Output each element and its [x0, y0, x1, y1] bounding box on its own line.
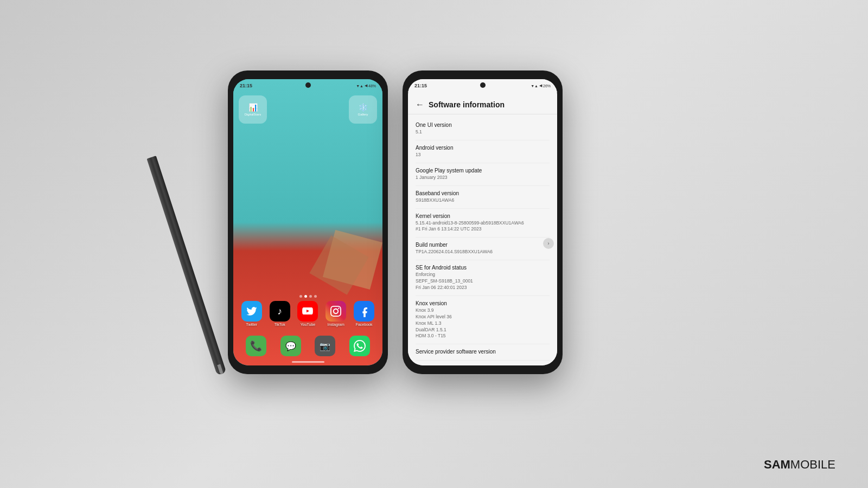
dot-3	[309, 295, 312, 298]
dock-camera[interactable]: 📷	[315, 336, 335, 356]
instagram-label: Instagram	[328, 323, 344, 326]
app-youtube[interactable]: YouTube	[295, 301, 320, 326]
battery-right: 26%	[543, 84, 551, 88]
app-instagram[interactable]: Instagram	[323, 301, 348, 326]
sw-label-android: Android version	[416, 145, 550, 151]
watermark-sam: SAM	[764, 458, 790, 471]
youtube-label: YouTube	[301, 323, 316, 326]
social-apps-row: Twitter ♪ TikTok YouTube	[238, 301, 378, 326]
dock-phone[interactable]: 📞	[246, 336, 266, 356]
sw-value-baseband: S918BXXU1AWA6	[416, 197, 550, 204]
status-icons-right: ▼▲ ◀ 26%	[531, 84, 551, 88]
twitter-icon	[241, 301, 262, 322]
phone-right: 21:15 ▼▲ ◀ 26% ← Software information On…	[403, 70, 563, 374]
dot-1	[299, 295, 302, 298]
dock-area: 📞 💬 📷	[239, 332, 377, 360]
signal-icon: ▼▲	[356, 84, 363, 88]
sw-item-knox: Knox version Knox 3.9 Knox API level 36 …	[416, 296, 550, 344]
battery-left: 48%	[368, 84, 376, 88]
phone-right-screen: 21:15 ▼▲ ◀ 26% ← Software information On…	[408, 79, 557, 365]
app-twitter[interactable]: Twitter	[239, 301, 264, 326]
widget-area: 📊 DigitalStars ❄️ Gallery	[239, 95, 377, 160]
scroll-indicator: ›	[543, 238, 554, 249]
software-info-header: ← Software information	[408, 94, 557, 114]
dock-whatsapp[interactable]	[349, 336, 370, 356]
sw-value-android: 13	[416, 152, 550, 158]
camera-notch-left	[305, 82, 311, 88]
status-icons-left: ▼▲ ◀ 48%	[356, 84, 376, 88]
scroll-arrow-icon: ›	[548, 241, 550, 246]
twitter-label: Twitter	[246, 323, 258, 326]
software-info-panel: ← Software information One UI version 5.…	[408, 94, 557, 365]
app-grid-area: Twitter ♪ TikTok YouTube	[233, 297, 382, 333]
sw-label-googleplay: Google Play system update	[416, 168, 550, 174]
widget-gallery-label: Gallery	[358, 113, 368, 116]
wifi-icon: ◀	[365, 84, 367, 88]
status-bar-left: 21:15 ▼▲ ◀ 48%	[233, 79, 382, 92]
sw-value-se: Enforcing SEPF_SM-S918B_13_0001 Fri Jan …	[416, 272, 550, 291]
youtube-icon	[297, 301, 318, 322]
sw-label-knox: Knox version	[416, 300, 550, 306]
phone-left-screen: 21:15 ▼▲ ◀ 48% 📊 DigitalStars ❄️ Gallery	[233, 79, 382, 365]
widget-ram[interactable]: 📊 DigitalStars	[239, 95, 267, 124]
signal-icon-right: ▼▲	[531, 84, 538, 88]
watermark-mobile: MOBILE	[790, 458, 835, 471]
back-icon[interactable]: ←	[416, 100, 424, 110]
status-time-left: 21:15	[240, 83, 252, 88]
app-facebook[interactable]: Facebook	[352, 301, 376, 326]
sw-item-googleplay: Google Play system update 1 January 2023	[416, 163, 550, 186]
status-time-right: 21:15	[414, 83, 427, 88]
sw-item-kernel: Kernel version 5.15.41-android13-8-25800…	[416, 209, 550, 238]
sw-value-googleplay: 1 January 2023	[416, 175, 550, 181]
phone-left: 21:15 ▼▲ ◀ 48% 📊 DigitalStars ❄️ Gallery	[228, 70, 388, 374]
sw-value-build: TP1A.220624.014.S918BXXU1AWA6	[416, 249, 550, 255]
facebook-icon	[354, 301, 374, 322]
sw-label-baseband: Baseband version	[416, 190, 550, 196]
tiktok-label: TikTok	[275, 323, 285, 326]
sw-value-oneui: 5.1	[416, 129, 550, 136]
sw-item-android: Android version 13	[416, 140, 550, 163]
dot-4	[314, 295, 317, 298]
widget-ram-label: DigitalStars	[245, 113, 261, 116]
software-info-content[interactable]: One UI version 5.1 Android version 13 Go…	[408, 114, 557, 361]
widget-gallery[interactable]: ❄️ Gallery	[349, 95, 377, 124]
sw-value-kernel: 5.15.41-android13-8-25800599-ab5918BXXU1…	[416, 220, 550, 233]
sw-label-oneui: One UI version	[416, 122, 550, 128]
sw-item-oneui: One UI version 5.1	[416, 118, 550, 140]
sw-item-build: Build number TP1A.220624.014.S918BXXU1AW…	[416, 237, 550, 260]
sw-item-se: SE for Android status Enforcing SEPF_SM-…	[416, 260, 550, 296]
facebook-label: Facebook	[356, 323, 373, 326]
sw-label-se: SE for Android status	[416, 265, 550, 271]
software-info-title: Software information	[429, 100, 505, 109]
sw-item-baseband: Baseband version S918BXXU1AWA6	[416, 186, 550, 209]
home-bar-left	[292, 361, 324, 363]
dot-2	[304, 295, 307, 298]
status-bar-right: 21:15 ▼▲ ◀ 26%	[408, 79, 557, 92]
camera-notch-right	[480, 82, 486, 88]
instagram-icon	[326, 301, 346, 322]
sw-label-provider: Service provider software version	[416, 349, 550, 355]
wifi-icon-right: ◀	[539, 84, 542, 88]
app-tiktok[interactable]: ♪ TikTok	[267, 301, 292, 326]
sw-label-build: Build number	[416, 242, 550, 248]
sw-item-provider: Service provider software version	[416, 344, 550, 361]
page-dots	[299, 295, 317, 298]
dock-messages[interactable]: 💬	[280, 336, 301, 356]
sw-value-knox: Knox 3.9 Knox API level 36 Knox ML 1.3 D…	[416, 307, 550, 339]
sw-label-kernel: Kernel version	[416, 213, 550, 219]
tiktok-icon: ♪	[270, 301, 290, 322]
sammobile-watermark: SAMMOBILE	[764, 458, 835, 472]
